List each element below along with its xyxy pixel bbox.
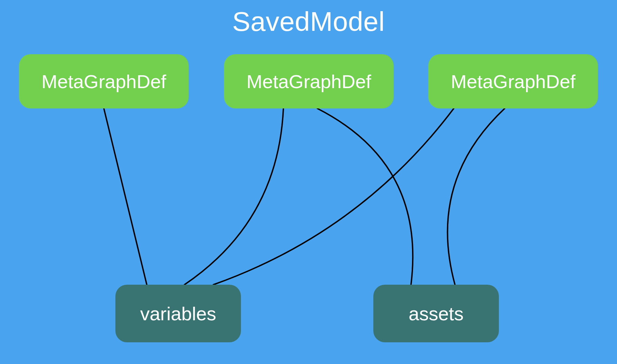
edge [185,108,284,285]
node-metagraphdef-3: MetaGraphDef [428,54,598,108]
node-metagraphdef-2: MetaGraphDef [224,54,394,108]
node-metagraphdef-1: MetaGraphDef [19,54,189,108]
edge [317,108,413,285]
node-label: assets [409,303,464,325]
node-variables: variables [115,285,241,342]
node-label: variables [140,303,216,325]
diagram-canvas: SavedModel MetaGraphDef MetaGraphDef Met… [0,0,617,364]
node-label: MetaGraphDef [246,70,371,93]
node-label: MetaGraphDef [41,70,166,93]
diagram-title: SavedModel [0,6,617,37]
edge [213,108,454,285]
node-assets: assets [373,285,499,342]
edge [448,108,505,285]
node-label: MetaGraphDef [451,70,575,93]
edge [104,108,147,285]
